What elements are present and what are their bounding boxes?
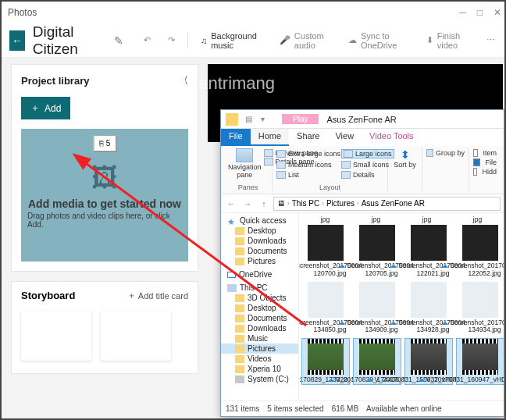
add-button[interactable]: ＋Add xyxy=(21,97,70,119)
storyboard-slot[interactable] xyxy=(101,311,171,361)
layout-list[interactable]: List xyxy=(276,171,340,179)
ribbon-tabs: File Home Share View Video Tools xyxy=(221,129,504,146)
tree-pictures2[interactable]: Pictures xyxy=(221,343,298,354)
drag-cue: ⎘ 5 xyxy=(94,135,116,151)
tree-quick-access[interactable]: ★Quick access xyxy=(221,215,298,226)
cloud-icon: ☁ xyxy=(441,262,448,270)
cloud-icon: ☁ xyxy=(441,319,448,327)
maximize-icon[interactable]: □ xyxy=(477,7,483,18)
tree-system-c[interactable]: System (C:) xyxy=(221,374,298,384)
undo-icon: ↶ xyxy=(144,35,151,45)
address-bar: ← → ↑ 🖥› This PC› Pictures› Asus ZenFone… xyxy=(221,194,504,213)
custom-audio-button[interactable]: 🎤Custom audio xyxy=(275,28,336,53)
tree-music[interactable]: Music xyxy=(221,333,298,343)
copy-icon: ⎘ xyxy=(99,139,104,148)
tab-video-tools[interactable]: Video Tools xyxy=(362,129,421,146)
cloud-icon: ☁ xyxy=(390,262,397,270)
breadcrumb[interactable]: 🖥› This PC› Pictures› Asus ZenFone AR xyxy=(273,197,501,211)
audio-icon: 🎤 xyxy=(280,35,290,45)
photos-header: ← Digital Citizen ✎ ↶ ↷ ♫Background musi… xyxy=(2,23,506,58)
file-extensions-toggle[interactable]: File xyxy=(473,158,497,166)
project-library-panel: Project library 〈 ＋Add ⎘ 5 🖼 Add media t… xyxy=(11,64,198,272)
tree-3d[interactable]: 3D Objects xyxy=(221,293,298,303)
qat-button[interactable]: ▾ xyxy=(257,114,268,125)
navigation-pane-button[interactable]: Navigation pane xyxy=(228,148,262,179)
groupby-button[interactable]: Group by xyxy=(426,149,465,157)
window-title: Asus ZenFone AR xyxy=(326,115,396,124)
tree-documents2[interactable]: Documents xyxy=(221,313,298,323)
dz-title: Add media to get started now xyxy=(28,198,181,210)
media-dropzone[interactable]: ⎘ 5 🖼 Add media to get started now Drag … xyxy=(21,129,188,262)
item-checkboxes-toggle[interactable]: Item xyxy=(473,149,497,157)
tree-thispc[interactable]: This PC xyxy=(221,283,298,293)
tab-file[interactable]: File xyxy=(221,129,251,146)
collapse-icon[interactable]: 〈 xyxy=(179,74,188,87)
tab-home[interactable]: Home xyxy=(251,129,289,146)
storyboard-panel: Storyboard ＋Add title card xyxy=(11,281,198,374)
plus-icon: ＋ xyxy=(127,290,136,301)
pc-icon: 🖥 xyxy=(277,199,285,208)
status-availability: Available when online xyxy=(366,404,442,413)
folder-icon xyxy=(226,113,238,126)
layout-medium[interactable]: Medium icons xyxy=(276,161,340,169)
nav-tree: ★Quick access Desktop Downloads Document… xyxy=(221,213,299,400)
sync-button[interactable]: ☁Sync to OneDrive xyxy=(344,28,414,53)
bgmusic-button[interactable]: ♫Background music xyxy=(196,28,267,53)
layout-details[interactable]: Details xyxy=(341,171,394,179)
cloud-icon: ☁ xyxy=(327,376,334,384)
cloud-icon: ☁ xyxy=(338,319,345,327)
storyboard-heading: Storyboard xyxy=(21,290,75,301)
qat-button[interactable]: ▤ xyxy=(243,114,254,125)
tree-desktop2[interactable]: Desktop xyxy=(221,303,298,313)
nav-back-button[interactable]: ← xyxy=(224,197,238,211)
minimize-icon[interactable]: ─ xyxy=(459,7,466,18)
nav-up-button[interactable]: ↑ xyxy=(257,197,271,211)
redo-icon: ↷ xyxy=(168,35,175,45)
photos-titlebar: Photos ─ □ ✕ xyxy=(2,2,506,23)
dz-subtitle: Drag photos and video clips here, or cli… xyxy=(27,212,182,229)
hidden-items-toggle[interactable]: Hidd xyxy=(473,168,497,176)
redo-button[interactable]: ↷ xyxy=(163,32,180,48)
finish-button[interactable]: ⬇Finish video xyxy=(422,28,474,53)
tab-share[interactable]: Share xyxy=(289,129,327,146)
app-title: Photos xyxy=(8,7,37,18)
status-bar: 131 items 5 items selected 616 MB Availa… xyxy=(221,400,504,416)
add-titlecard-button[interactable]: ＋Add title card xyxy=(127,290,188,301)
edit-title-icon[interactable]: ✎ xyxy=(114,34,123,47)
back-button[interactable]: ← xyxy=(9,30,25,51)
cloud-icon: ☁ xyxy=(390,319,397,327)
tree-onedrive[interactable]: OneDrive xyxy=(221,269,298,279)
tab-view[interactable]: View xyxy=(327,129,362,146)
layout-large[interactable]: Large icons xyxy=(341,149,394,158)
undo-button[interactable]: ↶ xyxy=(139,32,155,48)
file-explorer-window: ▤ ▾ Play Asus ZenFone AR File Home Share… xyxy=(220,109,504,417)
cloud-icon: ☁ xyxy=(366,376,373,384)
tree-documents[interactable]: Documents xyxy=(221,246,298,256)
file-list: jpg jpg jpg jpg ☁Screenshot_20170904-120… xyxy=(299,213,504,400)
context-tab-play[interactable]: Play xyxy=(282,114,319,124)
sortby-button[interactable]: ⬍Sort by xyxy=(392,148,418,169)
file-item[interactable]: ☁Screenshot_20170904-134934.jpg xyxy=(457,282,504,334)
layout-small[interactable]: Small icons xyxy=(341,161,394,169)
file-item[interactable]: ☁Screenshot_20170904-122052.jpg xyxy=(457,225,504,277)
tree-videos[interactable]: Videos xyxy=(221,354,298,364)
cloud-icon: ☁ xyxy=(338,262,345,270)
tree-xperia[interactable]: Xperia 10 xyxy=(221,364,298,374)
project-title: Digital Citizen xyxy=(33,23,102,58)
more-button[interactable]: ⋯ xyxy=(482,32,500,48)
media-placeholder-icon: 🖼 xyxy=(91,162,118,193)
tree-downloads2[interactable]: Downloads xyxy=(221,323,298,333)
ribbon: Navigation pane Preview pane Details pan… xyxy=(221,146,504,194)
tree-downloads[interactable]: Downloads xyxy=(221,236,298,246)
status-items: 131 items xyxy=(226,404,259,413)
file-item[interactable]: ☁V_20170831_160947_vHDR_Auto.mp4 xyxy=(457,339,504,384)
tree-desktop[interactable]: Desktop xyxy=(221,226,298,236)
storyboard-slot[interactable] xyxy=(21,311,91,361)
explorer-titlebar: ▤ ▾ Play Asus ZenFone AR xyxy=(221,110,504,129)
music-icon: ♫ xyxy=(201,36,207,45)
layout-xl[interactable]: Extra large icons xyxy=(276,149,340,158)
tree-pictures[interactable]: Pictures xyxy=(221,256,298,266)
library-heading: Project library xyxy=(21,75,89,87)
close-icon[interactable]: ✕ xyxy=(494,7,501,18)
nav-fwd-button[interactable]: → xyxy=(241,197,255,211)
